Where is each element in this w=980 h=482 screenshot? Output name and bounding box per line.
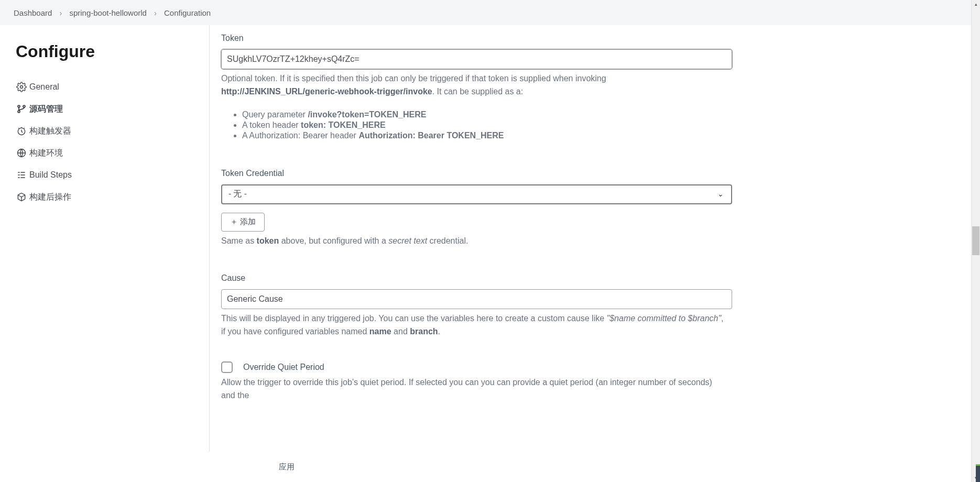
token-help: Optional token. If it is specified then …: [221, 72, 724, 98]
page-title: Configure: [16, 42, 193, 61]
cause-label: Cause: [221, 273, 877, 283]
save-button[interactable]: 保存: [224, 457, 265, 476]
svg-point-2: [18, 111, 20, 113]
footer-actions: 保存 应用: [0, 452, 971, 482]
plus-icon: ＋: [230, 217, 238, 227]
token-supply-list: Query parameter /invoke?token=TOKEN_HERE…: [231, 110, 877, 140]
breadcrumb: Dashboard › spring-boot-helloworld › Con…: [0, 0, 980, 25]
override-quiet-label: Override Quiet Period: [243, 363, 324, 372]
svg-point-3: [23, 105, 25, 107]
list-item: A token header token: TOKEN_HERE: [242, 120, 877, 130]
sidebar-item-build-steps[interactable]: Build Steps: [16, 164, 193, 186]
token-credential-select[interactable]: - 无 - ⌄: [221, 184, 732, 204]
sidebar-item-label: Build Steps: [29, 170, 72, 180]
status-gadget: [976, 464, 980, 482]
vertical-scrollbar[interactable]: [971, 0, 980, 482]
list-item: A Authorization: Bearer header Authoriza…: [242, 131, 877, 140]
select-value: - 无 -: [228, 189, 247, 200]
chevron-down-icon: ⌄: [717, 190, 724, 198]
steps-icon: [16, 169, 27, 181]
svg-point-0: [20, 86, 23, 89]
scrollbar-thumb[interactable]: [972, 226, 979, 255]
config-form: Token Optional token. If it is specified…: [210, 25, 971, 482]
sidebar-item-label: 构建环境: [29, 148, 63, 159]
chevron-right-icon: ›: [59, 8, 62, 17]
breadcrumb-item-dashboard[interactable]: Dashboard: [14, 8, 52, 17]
sidebar: Configure General 源码管理 构建触发器 构建环境: [0, 25, 210, 482]
sidebar-item-environment[interactable]: 构建环境: [16, 142, 193, 164]
token-credential-label: Token Credential: [221, 169, 877, 178]
token-input[interactable]: [221, 49, 732, 69]
sidebar-item-label: 源码管理: [29, 104, 63, 115]
cause-help: This will be displayed in any triggered …: [221, 312, 724, 338]
apply-button[interactable]: 应用: [275, 457, 299, 476]
override-quiet-help: Allow the trigger to override this job's…: [221, 376, 724, 402]
sidebar-item-scm[interactable]: 源码管理: [16, 98, 193, 120]
clock-icon: [16, 125, 27, 137]
sidebar-item-label: 构建后操作: [29, 192, 71, 203]
gear-icon: [16, 81, 27, 93]
list-item: Query parameter /invoke?token=TOKEN_HERE: [242, 110, 877, 119]
sidebar-item-label: 构建触发器: [29, 126, 71, 137]
globe-icon: [16, 147, 27, 159]
override-quiet-checkbox[interactable]: [221, 362, 233, 373]
sidebar-item-triggers[interactable]: 构建触发器: [16, 120, 193, 142]
chevron-right-icon: ›: [154, 8, 157, 17]
sidebar-item-post-build[interactable]: 构建后操作: [16, 186, 193, 208]
token-credential-help: Same as token above, but configured with…: [221, 235, 724, 248]
token-label: Token: [221, 34, 877, 43]
breadcrumb-item-project[interactable]: spring-boot-helloworld: [69, 8, 147, 17]
branch-icon: [16, 103, 27, 115]
sidebar-item-general[interactable]: General: [16, 76, 193, 98]
cause-input[interactable]: [221, 289, 732, 309]
sidebar-item-label: General: [29, 82, 59, 92]
package-icon: [16, 191, 27, 203]
breadcrumb-item-configuration[interactable]: Configuration: [164, 8, 211, 17]
svg-point-1: [18, 105, 20, 107]
add-credential-button[interactable]: ＋添加: [221, 213, 265, 232]
